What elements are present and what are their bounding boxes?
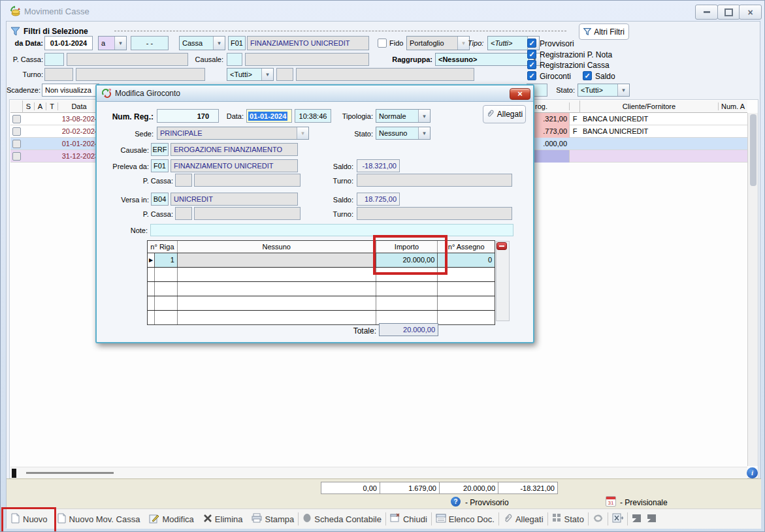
row-checkbox[interactable] (12, 115, 21, 123)
registrazioni-pnota-checkbox[interactable]: ✓ (527, 50, 536, 59)
stato-dialog-label: Stato: (345, 130, 373, 138)
cell-descr[interactable] (178, 253, 376, 267)
title-bar: Movimenti Casse × (1, 1, 765, 21)
refresh-button[interactable] (593, 513, 604, 525)
row-flag: F (570, 115, 580, 123)
causale-code-field[interactable]: ERF (151, 143, 169, 156)
tipo-label: Tipo: (468, 39, 483, 47)
col-header-s[interactable]: S (23, 102, 35, 110)
a-data-field[interactable]: - - (131, 36, 169, 50)
provvisori-label: Provvisori (540, 39, 574, 48)
elenco-doc-button[interactable]: Elenco Doc. (436, 514, 495, 525)
row-checkbox[interactable] (12, 152, 21, 161)
dialog-title-bar[interactable]: ? Modifica Giroconto × (97, 86, 533, 102)
raggruppa-dropdown[interactable]: <Nessuno> ▾ (435, 53, 541, 66)
scadenze-dropdown[interactable]: Non visualizza (42, 84, 99, 97)
portafoglio-dropdown[interactable]: Portafoglio ▾ (406, 36, 470, 50)
grid-empty-row[interactable] (148, 311, 495, 324)
allegati-dialog-button[interactable]: Allegati (483, 105, 526, 123)
corner-tool-button[interactable] (632, 514, 642, 525)
row-checkbox[interactable] (12, 140, 21, 148)
sede-label: Sede: (116, 130, 154, 138)
cassa-dropdown[interactable]: Cassa ▾ (179, 36, 225, 50)
grid-empty-row[interactable] (148, 282, 495, 296)
scrollbar-thumb[interactable] (750, 114, 757, 186)
filter-section-title: Filtri di Selezione (24, 27, 88, 36)
info-icon[interactable]: i (747, 467, 758, 478)
time-field[interactable]: 10:38:46 (295, 109, 331, 123)
paperclip-icon (503, 513, 513, 525)
export-excel-button[interactable] (612, 513, 623, 525)
col-header-cliente[interactable]: Cliente/Fornitore (580, 102, 719, 110)
grid-col-nessuno[interactable]: Nessuno (178, 241, 376, 253)
chevron-down-icon: ▾ (213, 37, 225, 50)
col-header-data[interactable]: Data (58, 102, 101, 110)
toolbar-separator (588, 512, 589, 525)
note-field[interactable] (150, 224, 513, 236)
totale-field: 20.000,00 (379, 323, 438, 336)
stato-filter-dropdown[interactable]: <Tutti> ▾ (578, 84, 630, 97)
data-label: Data: (223, 112, 244, 120)
modifica-button[interactable]: Modifica (149, 513, 193, 525)
data-field[interactable]: 01-01-2024 (246, 109, 292, 123)
turno-tutti-dropdown[interactable]: <Tutti> ▾ (227, 68, 274, 81)
restore-button[interactable] (717, 5, 740, 20)
summary-value-3: 20.000,00 (439, 482, 498, 494)
cassa-code-field[interactable]: F01 (228, 36, 246, 50)
nuovo-mov-cassa-button[interactable]: Nuovo Mov. Cassa (57, 513, 140, 525)
row-checkbox[interactable] (12, 127, 21, 136)
col-header-a[interactable]: A (35, 102, 46, 110)
col-header-t[interactable]: T (46, 102, 58, 110)
tipologia-label: Tipologia: (332, 112, 373, 120)
p-cassa-label: P. Cassa: (8, 55, 43, 63)
horizontal-scrollbar[interactable] (10, 467, 747, 478)
col-header-num-assegno[interactable]: Num. A (721, 102, 747, 110)
vertical-scrollbar[interactable] (747, 113, 758, 466)
versa-code-field[interactable]: B04 (151, 193, 169, 206)
fido-checkbox[interactable] (378, 39, 387, 48)
dialog-close-button[interactable]: × (510, 88, 530, 100)
p-cassa-code-field[interactable] (44, 53, 64, 66)
num-reg-field[interactable]: 170 (157, 109, 219, 123)
elimina-button[interactable]: Elimina (203, 514, 243, 525)
stampa-button[interactable]: Stampa (252, 513, 294, 525)
remove-row-button[interactable] (496, 242, 507, 250)
provvisori-checkbox[interactable]: ✓ (527, 39, 536, 48)
a-dropdown[interactable]: a ▾ (98, 36, 127, 50)
hscroll-anchor[interactable] (12, 469, 16, 478)
minimize-button[interactable] (695, 5, 718, 20)
preleva-code-field[interactable]: F01 (151, 159, 169, 172)
modifica-giroconto-dialog: ? Modifica Giroconto × Num. Reg.: 170 Da… (95, 84, 534, 343)
close-button[interactable]: × (739, 5, 762, 20)
col-header-prog[interactable]: rog. (535, 102, 570, 110)
causale-desc-field (245, 53, 369, 66)
annotation-importo-highlight (373, 235, 448, 275)
stato-button[interactable]: Stato (552, 513, 584, 525)
allegati-button[interactable]: Allegati (503, 513, 544, 525)
saldo-checkbox[interactable]: ✓ (583, 71, 592, 80)
da-data-field[interactable]: 01-01-2024 (44, 36, 93, 50)
stato-dialog-dropdown[interactable]: Nessuno ▾ (376, 127, 431, 140)
registrazioni-cassa-checkbox[interactable]: ✓ (527, 60, 536, 69)
cell-riga[interactable]: 1 (155, 253, 178, 267)
sede-dropdown[interactable]: PRINCIPALE ▾ (157, 127, 309, 140)
check-icon: ✓ (529, 72, 534, 80)
altri-filtri-button[interactable]: Altri Filtri (579, 23, 629, 40)
turno-extra-desc-field (296, 68, 474, 81)
tipologia-dropdown[interactable]: Normale ▾ (376, 109, 431, 123)
giroconti-label: Giroconti (540, 72, 571, 81)
status-blocks-icon (552, 513, 562, 525)
excel-export-icon (612, 513, 623, 525)
grid-col-riga[interactable]: n° Riga (148, 241, 178, 253)
turno-versa-field (357, 207, 512, 220)
corner-tool-button[interactable] (647, 514, 657, 525)
grid-empty-row[interactable] (148, 296, 495, 311)
summary-value-4: -18.321,00 (498, 482, 558, 494)
scheda-contabile-button[interactable]: Scheda Contabile (302, 513, 382, 525)
causale-code-field[interactable] (227, 53, 242, 66)
document-list-icon (436, 514, 446, 525)
giroconti-checkbox[interactable]: ✓ (527, 71, 536, 80)
chevron-down-icon: ▾ (418, 110, 430, 122)
hscroll-thumb[interactable] (26, 472, 114, 474)
chiudi-button[interactable]: Chiudi (390, 513, 427, 525)
